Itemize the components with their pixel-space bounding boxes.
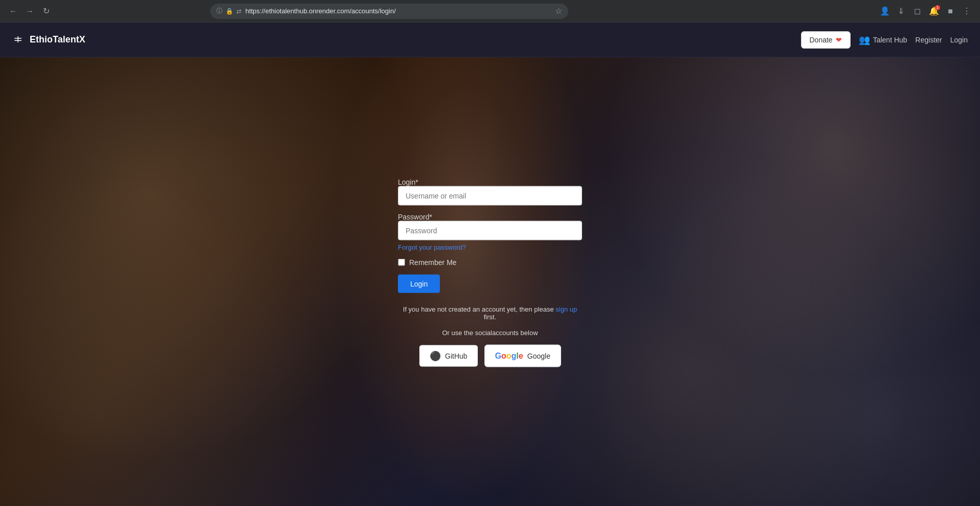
login-field-label: Login* (398, 178, 418, 186)
extensions-icon-btn[interactable]: ◻ (910, 4, 925, 18)
app-wrapper: ⧧ EthioTalentX Donate ❤ 👥 Talent Hub Reg… (0, 23, 980, 506)
login-button[interactable]: Login (398, 274, 440, 293)
address-icons: ⓘ 🔒 ⇄ (216, 7, 241, 15)
register-label: Register (916, 36, 942, 44)
password-field-label: Password* (398, 212, 432, 221)
info-icon: ⓘ (216, 7, 222, 15)
notification-badge: 1 (935, 5, 940, 10)
social-text: Or use the socialaccounts below (398, 328, 582, 336)
signup-link[interactable]: sign up (555, 305, 577, 313)
forgot-password-link[interactable]: Forgot your password? (398, 243, 582, 251)
remember-me-checkbox[interactable] (398, 258, 405, 266)
heart-icon: ❤ (836, 36, 842, 44)
puzzle-icon: ◻ (914, 6, 921, 16)
notification-btn[interactable]: 🔔 1 (927, 4, 941, 18)
github-button[interactable]: ⚫ GitHub (419, 344, 478, 367)
password-input[interactable] (398, 221, 582, 240)
reload-button[interactable]: ↻ (39, 4, 53, 18)
github-icon: ⚫ (430, 350, 441, 361)
login-link-label: Login (950, 36, 968, 44)
social-buttons: ⚫ GitHub Google Google (398, 344, 582, 367)
donate-button[interactable]: Donate ❤ (801, 31, 851, 49)
app-logo[interactable]: ⧧ EthioTalentX (12, 33, 85, 47)
login-link[interactable]: Login (950, 36, 968, 44)
browser-nav-buttons: ← → ↻ (6, 4, 53, 18)
talent-hub-icon: 👥 (859, 34, 870, 46)
lock-icon: 🔒 (226, 8, 233, 15)
login-container: Login* Password* Forgot your password? R… (398, 178, 582, 367)
remember-me-container: Remember Me (398, 258, 582, 266)
download-icon-btn[interactable]: ⇓ (894, 4, 908, 18)
donate-label: Donate (810, 36, 833, 44)
back-button[interactable]: ← (6, 4, 20, 18)
remember-me-label: Remember Me (409, 258, 457, 266)
address-bar[interactable]: ⓘ 🔒 ⇄ https://ethiotalenthub.onrender.co… (210, 4, 568, 19)
signup-text: If you have not created an account yet, … (398, 305, 582, 320)
username-input[interactable] (398, 186, 582, 205)
bookmark-icon[interactable]: ☆ (555, 6, 562, 16)
google-button[interactable]: Google Google (484, 344, 561, 367)
extensions-menu-btn[interactable]: ■ (943, 4, 957, 18)
talent-hub-label: Talent Hub (873, 36, 907, 44)
main-content: Login* Password* Forgot your password? R… (0, 57, 980, 506)
logo-text: EthioTalentX (30, 34, 85, 45)
app-header: ⧧ EthioTalentX Donate ❤ 👥 Talent Hub Reg… (0, 23, 980, 57)
profile-icon-btn[interactable]: 👤 (878, 4, 892, 18)
google-icon: Google (495, 351, 523, 360)
header-nav: Donate ❤ 👥 Talent Hub Register Login (801, 31, 968, 49)
address-text: https://ethiotalenthub.onrender.com/acco… (246, 7, 551, 15)
browser-chrome: ← → ↻ ⓘ 🔒 ⇄ https://ethiotalenthub.onren… (0, 0, 980, 23)
menu-btn[interactable]: ⋮ (960, 4, 974, 18)
talent-hub-link[interactable]: 👥 Talent Hub (859, 34, 907, 46)
register-link[interactable]: Register (916, 36, 942, 44)
forward-icon: ⇄ (236, 8, 241, 15)
logo-icon: ⧧ (12, 33, 25, 47)
browser-toolbar-right: 👤 ⇓ ◻ 🔔 1 ■ ⋮ (878, 4, 974, 18)
forward-button[interactable]: → (23, 4, 37, 18)
